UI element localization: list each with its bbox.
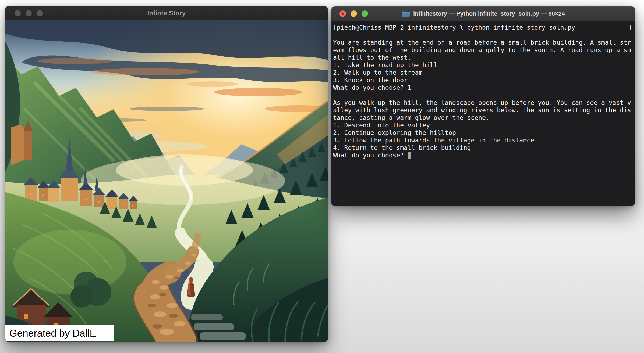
minimize-button[interactable]: [26, 10, 32, 16]
terminal-line: tance, casting a warm glow over the scen…: [333, 114, 633, 121]
terminal-window: infinitestory — Python infinite_story_so…: [331, 7, 635, 206]
terminal-titlebar[interactable]: infinitestory — Python infinite_story_so…: [331, 7, 635, 21]
terminal-line: [piech@Chriss-MBP-2 infinitestory % pyth…: [333, 24, 633, 31]
close-button[interactable]: [15, 10, 21, 16]
terminal-line: alley with lush greenery and winding riv…: [333, 106, 633, 114]
terminal-line: 4. Return to the small brick building: [333, 144, 633, 152]
terminal-line: all hill to the west.: [333, 54, 633, 61]
image-window-controls: [15, 10, 43, 16]
terminal-line: What do you choose?: [333, 152, 633, 159]
terminal-line: [333, 91, 633, 99]
terminal-line: What do you choose? 1: [333, 84, 633, 91]
valley-artwork: [5, 20, 328, 342]
image-window-title: Infinte Story: [147, 9, 186, 17]
attribution-label: Generated by DallE: [5, 325, 114, 341]
minimize-button[interactable]: [351, 10, 357, 17]
terminal-line: 3. Knock on the door_: [333, 76, 633, 84]
terminal-lines: [piech@Chriss-MBP-2 infinitestory % pyth…: [333, 24, 633, 159]
terminal-line: eam flows out of the building and down a…: [333, 46, 633, 54]
terminal-line: 1. Descend into the valley: [333, 121, 633, 129]
image-window-titlebar[interactable]: Infinte Story: [5, 6, 328, 20]
terminal-line: As you walk up the hill, the landscape o…: [333, 99, 633, 106]
folder-icon: [401, 10, 410, 17]
zoom-button[interactable]: [37, 10, 43, 16]
close-button[interactable]: [339, 10, 346, 17]
story-artwork: Generated by DallE: [5, 20, 328, 342]
terminal-line: 2. Walk up to the stream: [333, 69, 633, 76]
terminal-line: 2. Continue exploring the hilltop: [333, 129, 633, 136]
terminal-screen[interactable]: [piech@Chriss-MBP-2 infinitestory % pyth…: [331, 21, 635, 205]
terminal-line: 3. Follow the path towards the village i…: [333, 136, 633, 144]
desktop: { "image_window": { "title": "Infinte St…: [0, 0, 644, 353]
terminal-window-controls: [339, 10, 368, 17]
terminal-line: [333, 31, 633, 39]
zoom-button[interactable]: [362, 10, 368, 17]
terminal-cursor: [408, 152, 411, 159]
terminal-line: You are standing at the end of a road be…: [333, 39, 633, 46]
image-window: Infinte Story: [5, 6, 328, 342]
terminal-line: 1. Take the road up the hill: [333, 61, 633, 69]
terminal-title: infinitestory — Python infinite_story_so…: [401, 10, 565, 17]
